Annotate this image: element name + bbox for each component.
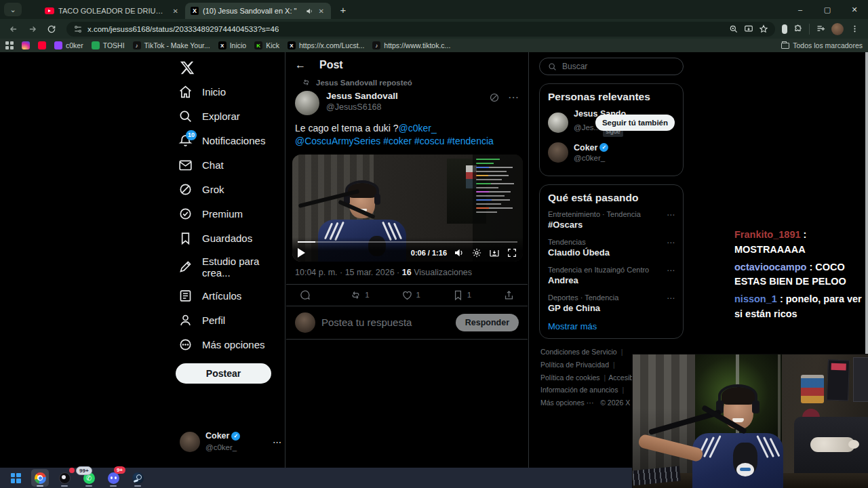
reply-action[interactable] [299,289,350,301]
account-more-icon[interactable]: ⋯ [273,437,281,447]
person-row[interactable]: Coker✓ @c0ker_ [548,142,675,163]
hashtag-link[interactable]: #tendencia [447,136,494,146]
browser-profile-avatar[interactable] [831,23,844,35]
footer-link[interactable]: Política de Privacidad [540,359,615,371]
tab-close-icon[interactable]: ✕ [172,7,180,15]
tab-x-active[interactable]: X (10) Jesus Sandovall en X: " ✕ [185,3,331,19]
apps-grid-icon[interactable] [5,41,14,49]
site-settings-icon[interactable] [73,24,83,34]
back-icon[interactable]: ← [295,59,306,71]
tab-youtube[interactable]: TACO GOLEADOR DE DRIUSSI Y ✕ [39,3,185,19]
sidebar-item-articulos[interactable]: Artículos [173,283,285,308]
bookmark-instagram[interactable] [22,41,30,49]
taskbar-chrome[interactable] [31,469,49,487]
reload-icon[interactable] [43,21,60,37]
person-row[interactable]: Jesus Sando... @Jes...Te sigue Seguir tú… [548,108,675,137]
tab-audio-icon[interactable] [306,7,313,15]
tab-close-icon[interactable]: ✕ [317,7,326,15]
pip-icon[interactable] [489,247,500,258]
trend-more-icon[interactable]: ⋯ [667,266,675,275]
taskbar-obs[interactable] [56,469,73,487]
video-player[interactable]: 0:06 / 1:16 [292,155,523,262]
tab-search-button[interactable]: ⌄ [4,3,22,16]
video-progress-bar[interactable] [298,241,517,243]
extensions-icon[interactable] [790,21,806,37]
volume-icon[interactable] [454,247,465,258]
taskbar-steam[interactable] [129,469,146,487]
minimize-button[interactable]: – [787,0,814,19]
taskbar-whatsapp[interactable]: ✆ 99+ [80,469,98,487]
grok-actions-icon[interactable] [489,92,500,103]
trend-item[interactable]: Tendencias Claudio Úbeda ⋯ [548,238,675,258]
settings-icon[interactable] [471,247,482,258]
repost-action[interactable]: 1 [350,289,401,301]
sidebar-item-perfil[interactable]: Perfil [173,308,285,332]
sidebar-item-inicio[interactable]: Inicio [173,79,285,104]
bookmark-x-lucst[interactable]: Xhttps://x.com/Lucst... [288,41,364,49]
footer-link[interactable]: Información de anuncios [540,384,624,396]
repost-count: 1 [365,291,369,299]
footer-link[interactable]: Más opciones ⋯ [540,396,597,409]
bookmark-star-icon[interactable] [759,24,768,34]
repost-icon [350,289,361,301]
sidebar-item-guardados[interactable]: Guardados [173,226,285,250]
tab-title: TACO GOLEADOR DE DRIUSSI Y [58,7,167,15]
new-tab-button[interactable]: + [335,1,351,18]
author-name[interactable]: Jesus Sandovall [326,91,398,102]
address-bar[interactable]: x.com/jesuss6168/status/2033348929744404… [66,22,775,37]
bookmark-c0ker[interactable]: c0ker [54,41,83,49]
start-button[interactable] [7,469,24,487]
forward-icon[interactable] [24,21,41,37]
bookmark-kick[interactable]: KKick [254,41,279,49]
footer-link[interactable]: Condiciones de Servicio [540,346,623,359]
zoom-search-icon[interactable] [729,24,738,34]
share-action[interactable] [503,289,515,301]
sidebar-item-premium[interactable]: Premium [173,201,285,226]
bookmark-tiktok-url[interactable]: ♪https://www.tiktok.c... [372,41,450,49]
avatar[interactable] [295,91,319,115]
show-more-link[interactable]: Mostrar más [548,321,675,331]
post-more-icon[interactable]: ⋯ [508,91,519,104]
all-bookmarks-button[interactable]: Todos los marcadores [781,41,863,49]
sidebar-item-explorar[interactable]: Explorar [173,104,285,128]
sidebar-item-grok[interactable]: Grok [173,177,285,201]
like-action[interactable]: 1 [401,289,452,301]
trend-item[interactable]: Entretenimiento · Tendencia #Oscars ⋯ [548,210,675,230]
trend-more-icon[interactable]: ⋯ [667,238,675,247]
maximize-button[interactable]: ▢ [814,0,841,19]
bookmark-youtube[interactable] [38,41,46,49]
bookmark-toshi[interactable]: TOSHI [92,41,125,49]
trend-item[interactable]: Tendencia en Ituzaingó Centro Andrea ⋯ [548,266,675,285]
follow-button[interactable]: Seguir tú también [595,115,675,131]
hashtag-link[interactable]: #coscu [414,136,444,146]
reading-list-icon[interactable] [812,21,829,37]
reply-input[interactable]: Postea tu respuesta [321,317,450,328]
sidebar-item-estudio[interactable]: Estudio para crea... [173,250,285,283]
bookmark-tiktok[interactable]: ♪TikTok - Make Your... [133,41,210,49]
mention-link[interactable]: @CoscuArmySeries [295,136,380,146]
trend-item[interactable]: Deportes · Tendencia GP de China ⋯ [548,293,675,313]
back-icon[interactable] [5,21,22,37]
fullscreen-icon[interactable] [507,247,517,258]
bookmark-inicio[interactable]: XInicio [218,41,247,49]
sidebar-item-notificaciones[interactable]: 10 Notificaciones [173,128,285,152]
trend-more-icon[interactable]: ⋯ [667,210,675,220]
bookmark-action[interactable]: 1 [452,289,503,301]
install-icon[interactable] [744,24,753,34]
search-labs-icon[interactable] [782,24,787,34]
taskbar-discord[interactable]: 9+ [104,469,122,487]
play-icon[interactable] [298,248,305,258]
account-switcher[interactable]: Coker✓ @c0ker_ ⋯ [180,431,281,453]
footer-link[interactable]: Política de cookies [540,371,606,384]
sidebar-item-mas-opciones[interactable]: Más opciones [173,332,285,357]
search-input[interactable]: Buscar [539,58,684,75]
sidebar-item-chat[interactable]: Chat [173,152,285,177]
trend-more-icon[interactable]: ⋯ [667,293,675,303]
post-button[interactable]: Postear [176,363,271,384]
browser-menu-icon[interactable] [846,21,863,37]
x-logo[interactable] [178,59,196,77]
reply-button[interactable]: Responder [456,314,519,331]
mention-link[interactable]: @c0ker_ [399,123,437,134]
hashtag-link[interactable]: #coker [383,136,412,146]
close-button[interactable]: ✕ [841,0,868,19]
